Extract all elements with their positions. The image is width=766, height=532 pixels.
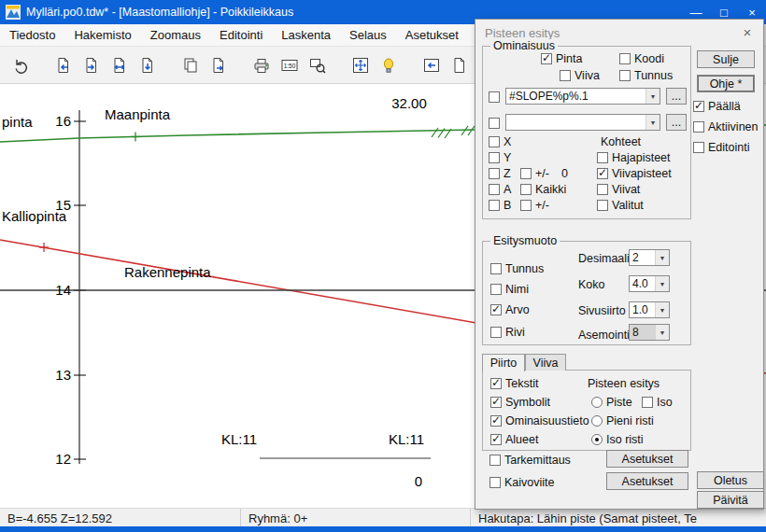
attribute1-combobox[interactable]: #SLOPE%p%.1 xyxy=(505,88,660,105)
a-checkbox[interactable] xyxy=(489,184,500,195)
x-label: X xyxy=(504,135,511,148)
viivapisteet-checkbox[interactable] xyxy=(597,168,608,179)
tarkemittaus-checkbox[interactable] xyxy=(489,455,501,466)
iso-risti-radio[interactable] xyxy=(591,434,603,445)
paalla-checkbox[interactable] xyxy=(693,101,704,112)
kl-label-right: KL:11 xyxy=(385,431,428,447)
dialog-close-icon[interactable]: × xyxy=(740,24,755,40)
menu-zoomaus[interactable]: Zoomaus xyxy=(141,24,210,47)
y-tick-12: 12 xyxy=(43,451,71,467)
zoom-window-icon[interactable] xyxy=(305,52,331,78)
editointi-checkbox[interactable] xyxy=(693,142,704,153)
chevron-down-icon[interactable] xyxy=(645,89,660,104)
sivusiirto-value: 1.0 xyxy=(630,303,655,316)
em-tunnus-checkbox[interactable] xyxy=(490,263,502,274)
desimaalit-value: 2 xyxy=(630,251,655,264)
maanpinta-label: Maanpinta xyxy=(105,106,170,122)
pisteen-esitys-section-label: Pisteen esitys xyxy=(588,377,660,390)
chevron-down-icon[interactable] xyxy=(645,115,660,130)
attribute2-combobox[interactable] xyxy=(505,114,660,131)
z-plusminus-checkbox[interactable] xyxy=(520,168,532,179)
origin-label: 0 xyxy=(409,473,428,489)
sivusiirto-label: Sivusiirto xyxy=(578,304,626,317)
kaikki-checkbox[interactable] xyxy=(520,184,532,195)
ominaisuus-group-label: Ominaisuus xyxy=(490,39,558,52)
attribute1-checkbox[interactable] xyxy=(489,91,500,103)
attribute2-checkbox[interactable] xyxy=(489,118,500,129)
iso-checkbox[interactable] xyxy=(642,397,653,408)
kaivoviite-asetukset-button[interactable]: Asetukset xyxy=(606,472,688,490)
tab-piirto[interactable]: Piirto xyxy=(482,354,525,371)
fit-view-icon[interactable] xyxy=(348,52,374,78)
viivat-checkbox[interactable] xyxy=(597,184,608,195)
menu-hakemisto[interactable]: Hakemisto xyxy=(64,24,140,47)
viiva-checkbox[interactable] xyxy=(560,70,571,81)
menu-editointi[interactable]: Editointi xyxy=(210,24,272,47)
print-icon[interactable] xyxy=(248,52,275,78)
chevron-down-icon[interactable] xyxy=(655,325,669,340)
tab-viiva[interactable]: Viiva xyxy=(525,354,566,371)
attribute2-more-button[interactable]: ... xyxy=(666,114,687,131)
em-arvo-checkbox[interactable] xyxy=(490,304,502,315)
viivat-label: Viivat xyxy=(612,183,640,196)
undo-icon[interactable] xyxy=(7,52,34,78)
pieni-risti-radio[interactable] xyxy=(591,415,603,427)
tekstit-checkbox[interactable] xyxy=(490,378,502,389)
doc-arrow-right-icon[interactable] xyxy=(78,52,105,78)
menu-laskenta[interactable]: Laskenta xyxy=(272,24,340,47)
back-arrow-icon[interactable] xyxy=(418,52,445,78)
app-icon xyxy=(6,5,21,20)
menu-asetukset[interactable]: Asetukset xyxy=(396,24,468,47)
desimaalit-combobox[interactable]: 2 xyxy=(629,249,670,266)
doc-arrow-left-icon[interactable] xyxy=(50,52,77,78)
z-checkbox[interactable] xyxy=(489,168,500,179)
b-checkbox[interactable] xyxy=(489,200,500,211)
kaivoviite-checkbox[interactable] xyxy=(489,477,501,488)
scale-1-50-icon[interactable]: 1:50 xyxy=(277,52,303,78)
y-checkbox[interactable] xyxy=(489,152,500,163)
koko-label: Koko xyxy=(578,278,605,291)
x-checkbox[interactable] xyxy=(489,136,500,147)
iso-label: Iso xyxy=(657,396,673,409)
doc-arrow-down-icon[interactable] xyxy=(135,52,161,78)
piirto-tab-panel: Tekstit Symbolit Ominaisuustieto Alueet … xyxy=(482,370,691,451)
chevron-down-icon[interactable] xyxy=(655,302,669,317)
piste-radio[interactable] xyxy=(591,397,603,408)
tarkemittaus-label: Tarkemittaus xyxy=(504,454,571,467)
asemointi-combobox[interactable]: 8 xyxy=(629,324,670,341)
doc-arrow-both-icon[interactable] xyxy=(106,52,133,78)
menu-tiedosto[interactable]: Tiedosto xyxy=(0,24,64,47)
pinta-checkbox[interactable] xyxy=(541,53,552,64)
em-nimi-checkbox[interactable] xyxy=(490,284,502,295)
doc-blank-icon[interactable] xyxy=(447,52,473,78)
symbolit-label: Symbolit xyxy=(505,396,550,409)
attribute1-more-button[interactable]: ... xyxy=(666,88,687,105)
ohje-button[interactable]: Ohje * xyxy=(697,75,755,92)
doc-export-icon[interactable] xyxy=(206,52,232,78)
alueet-checkbox[interactable] xyxy=(490,434,502,445)
b-plusminus-checkbox[interactable] xyxy=(520,200,532,211)
tarkemittaus-asetukset-button[interactable]: Asetukset xyxy=(606,450,688,468)
symbolit-checkbox[interactable] xyxy=(490,397,502,408)
paivita-button[interactable]: Päivitä xyxy=(697,491,764,509)
lamp-icon[interactable] xyxy=(376,52,402,78)
valitut-checkbox[interactable] xyxy=(597,200,608,211)
tunnus-checkbox[interactable] xyxy=(619,70,631,81)
application-window: Mylläri.po0.tdw* - [Maastomalliohje] - P… xyxy=(0,0,766,532)
chevron-down-icon[interactable] xyxy=(655,250,669,265)
hajapisteet-checkbox[interactable] xyxy=(597,152,608,163)
koko-combobox[interactable]: 4.0 xyxy=(629,275,670,292)
ominaisuustieto-checkbox[interactable] xyxy=(490,415,502,427)
station-label: 32.00 xyxy=(381,95,437,111)
copy-icon[interactable] xyxy=(177,52,204,78)
chevron-down-icon[interactable] xyxy=(655,276,669,291)
koodi-checkbox[interactable] xyxy=(619,53,631,64)
aktiivinen-label: Aktiivinen xyxy=(708,120,759,133)
menu-selaus[interactable]: Selaus xyxy=(340,24,396,47)
aktiivinen-checkbox[interactable] xyxy=(693,121,704,133)
oletus-button[interactable]: Oletus xyxy=(697,471,764,489)
sulje-button[interactable]: Sulje xyxy=(697,50,755,68)
em-rivi-checkbox[interactable] xyxy=(490,327,502,338)
kalliopinta-label: Kalliopinta xyxy=(2,208,66,224)
sivusiirto-combobox[interactable]: 1.0 xyxy=(629,301,670,318)
